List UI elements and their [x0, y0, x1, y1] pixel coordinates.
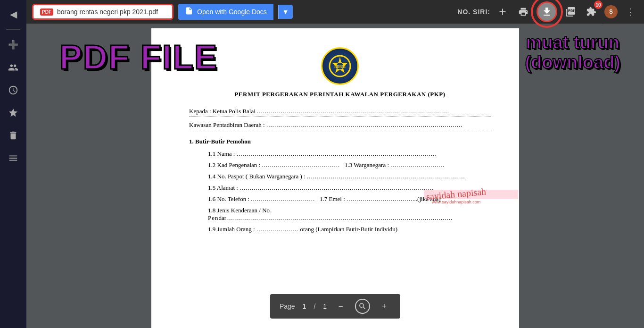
- add-page-icon[interactable]: [495, 4, 510, 19]
- field-1-9: 1.9 Jumlah Orang : .....................…: [208, 226, 491, 233]
- file-tab[interactable]: PDF borang rentas negeri pkp 2021.pdf: [32, 4, 173, 20]
- docs-icon: [185, 7, 193, 17]
- extension-count-badge: 10: [594, 0, 603, 9]
- download-button-container: [537, 1, 557, 22]
- sidebar-divider: [6, 29, 20, 30]
- current-page[interactable]: 1: [303, 303, 306, 310]
- page-label: Page: [280, 303, 295, 310]
- topbar: PDF borang rentas negeri pkp 2021.pdf Op…: [26, 0, 644, 24]
- page-controls-bar: Page 1 / 1 − +: [270, 294, 400, 319]
- field-1-1: 1.1 Nama : .............................…: [208, 150, 491, 158]
- field-1-2-3: 1.2 Kad Pengenalan : ...................…: [208, 161, 491, 169]
- muat-turun-line2: (download): [525, 53, 620, 73]
- sidebar-star-icon[interactable]: [4, 103, 23, 122]
- zoom-in-button[interactable]: +: [378, 300, 391, 313]
- download-button[interactable]: [537, 1, 557, 22]
- field-1-8: 1.8 Jenis Kenderaan / No. Pendar........…: [208, 207, 491, 222]
- sidebar: ◀ ➕: [0, 0, 26, 328]
- no-siri-label: NO. SIRI:: [457, 8, 490, 16]
- topbar-icons: 10 S ⋮: [495, 1, 638, 22]
- police-logo: PDRM: [321, 47, 359, 85]
- pdf-badge: PDF: [40, 8, 53, 16]
- signature-area: sayidah napisah www.sayidahnapisah.com: [426, 189, 486, 204]
- kawasan-field: Kawasan Pentadbiran Daerah : ...........…: [189, 121, 491, 130]
- svg-text:PDRM: PDRM: [334, 65, 346, 69]
- more-options-icon[interactable]: ⋮: [623, 4, 638, 19]
- sidebar-user-icon[interactable]: [4, 58, 23, 77]
- open-with-label: Open with Google Docs: [197, 8, 267, 16]
- user-avatar[interactable]: S: [604, 5, 618, 18]
- signature-url: www.sayidahnapisah.com: [426, 200, 486, 204]
- section1-title: 1. Butir-Butir Pemohon: [189, 138, 491, 145]
- open-with-button[interactable]: Open with Google Docs: [178, 4, 273, 20]
- topbar-extension-pdf-icon[interactable]: [563, 4, 578, 19]
- pdf-file-annotation: PDF FILE: [59, 38, 218, 76]
- zoom-button[interactable]: [355, 299, 370, 314]
- sidebar-menu-icon[interactable]: [4, 149, 23, 168]
- sidebar-back-button[interactable]: ◀: [4, 5, 23, 24]
- muat-turun-line1: muat turun: [525, 33, 620, 53]
- page-separator: /: [314, 303, 315, 310]
- print-icon[interactable]: [516, 4, 531, 19]
- filename-label: borang rentas negeri pkp 2021.pdf: [57, 8, 158, 16]
- permit-title: PERMIT PERGERAKAN PERINTAH KAWALAN PERGE…: [189, 91, 491, 98]
- kepada-field: Kepada : Ketua Polis Balai .............…: [189, 108, 491, 117]
- main-content: PDF FILE muat turun (download) ↗ PDRM PE…: [26, 24, 644, 328]
- sidebar-clock-icon[interactable]: [4, 81, 23, 100]
- muat-turun-annotation: muat turun (download) ↗: [525, 33, 620, 73]
- field-1-4: 1.4 No. Paspot ( Bukan Warganegara ) : .…: [208, 173, 491, 180]
- sidebar-trash-icon[interactable]: [4, 126, 23, 145]
- zoom-out-button[interactable]: −: [334, 300, 347, 313]
- total-pages: 1: [323, 303, 327, 310]
- open-with-dropdown-button[interactable]: ▼: [278, 5, 293, 19]
- sidebar-add-icon[interactable]: ➕: [4, 35, 23, 54]
- extension-badge-container: 10: [584, 4, 599, 19]
